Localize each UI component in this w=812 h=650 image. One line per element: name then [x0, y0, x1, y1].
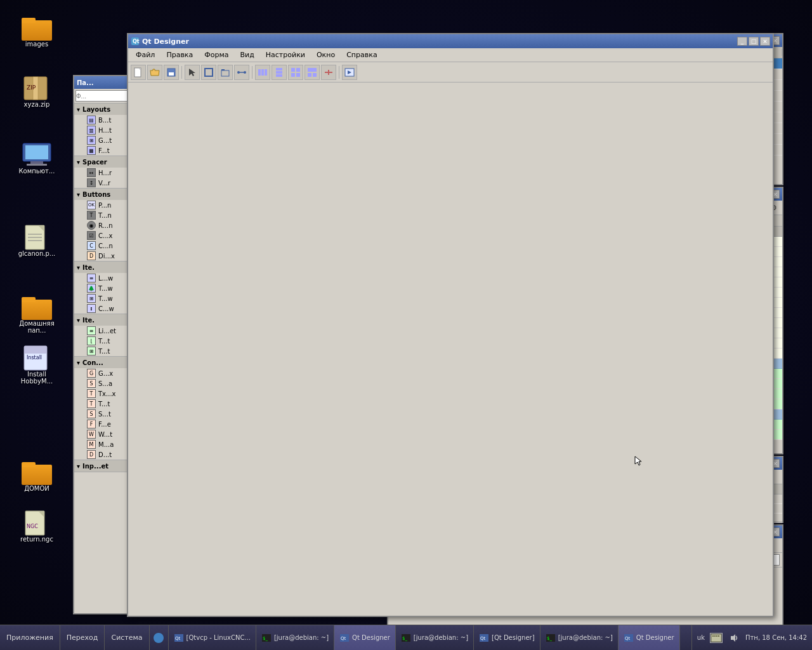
- toolbar-preview[interactable]: [342, 65, 357, 80]
- listwidget-label: Li...et: [98, 328, 116, 335]
- svg-rect-6: [27, 164, 47, 166]
- desktop-icon-images[interactable]: images: [11, 13, 62, 50]
- toolbar-hlay[interactable]: [255, 65, 270, 80]
- qt-designer-title: Qt Designer: [142, 37, 737, 46]
- taskbar-item-jura3-label: [jura@debian: ~]: [558, 634, 613, 641]
- minimize-button[interactable]: _: [737, 37, 747, 46]
- taskbar-item-qtvcp[interactable]: Qt [Qtvcp - LinuxCNC...: [169, 625, 256, 650]
- taskbar-system-tray-icon[interactable]: [150, 625, 169, 650]
- svg-rect-26: [221, 70, 229, 76]
- desktop-icon-xyza[interactable]: ZIP xyza.zip: [11, 73, 62, 110]
- menu-edit[interactable]: Правка: [161, 50, 198, 60]
- taskbar-item-qtdesigner3-label: Qt Designer: [636, 634, 674, 641]
- toolbar-new[interactable]: [131, 65, 146, 80]
- qt-designer-controls: _ □ ×: [737, 37, 770, 46]
- taskbar-system-menu[interactable]: Система: [105, 625, 149, 650]
- menu-file[interactable]: Файл: [131, 50, 160, 60]
- taskbar-volume-icon[interactable]: [728, 633, 740, 643]
- desktop-icon-glcanon[interactable]: glcanon.p...: [11, 222, 62, 260]
- toolbar-vlay[interactable]: [272, 65, 287, 80]
- svg-text:NGC: NGC: [27, 524, 38, 529]
- form-icon: ▦: [87, 146, 96, 155]
- svg-rect-32: [261, 69, 264, 76]
- taskbar-item-jura1[interactable]: $_ [jura@debian: ~]: [256, 625, 334, 650]
- menu-settings[interactable]: Настройки: [261, 50, 310, 60]
- taskbar-item-jura1-label: [jura@debian: ~]: [274, 634, 329, 641]
- listwidget-icon: ≡: [87, 326, 96, 335]
- maximize-button[interactable]: □: [749, 37, 759, 46]
- close-button[interactable]: ×: [760, 37, 770, 46]
- menu-view[interactable]: Вид: [235, 50, 259, 60]
- frame-label: F...e: [98, 421, 111, 428]
- svg-rect-5: [30, 161, 43, 164]
- qt-designer-titlebar[interactable]: Qt Qt Designer _ □ ×: [128, 34, 773, 48]
- taskbar-keyboard-icon[interactable]: [710, 633, 723, 643]
- svg-rect-34: [276, 68, 282, 70]
- radiobtn-label: R...n: [98, 222, 112, 229]
- widget-label: W...t: [98, 431, 112, 438]
- groupbox-icon: G: [87, 369, 96, 378]
- taskbar-item-qtdesigner3[interactable]: Qt Qt Designer: [619, 625, 680, 650]
- toolbar-buddy[interactable]: [234, 65, 249, 80]
- menu-help[interactable]: Справка: [341, 50, 382, 60]
- taskbar-item-jura2[interactable]: $_ [jura@debian: ~]: [396, 625, 474, 650]
- svg-point-30: [244, 71, 246, 74]
- toolbar-cursor[interactable]: [185, 65, 200, 80]
- svg-rect-87: [714, 635, 716, 637]
- menu-window[interactable]: Окно: [311, 50, 340, 60]
- item-views-label: Ite.: [82, 264, 95, 271]
- toolbar-open[interactable]: [147, 65, 162, 80]
- frame-icon: F: [87, 420, 96, 428]
- layouts-label: Layouts: [82, 106, 110, 113]
- hspacer-label: H...r: [98, 169, 112, 176]
- svg-rect-43: [313, 73, 317, 77]
- keyboard-svg: [710, 633, 722, 642]
- folder-icon: [22, 460, 52, 485]
- stackedwidget-label: S...t: [98, 411, 111, 418]
- spacers-label: Spacer: [82, 159, 107, 166]
- svg-rect-15: [25, 511, 44, 535]
- desktop-icon-install[interactable]: Install Install HobbyM...: [11, 343, 62, 387]
- desktop-icon-dom[interactable]: ДОМОЙ: [11, 457, 62, 494]
- toolbar-glay[interactable]: [288, 65, 303, 80]
- desktop-icon-return[interactable]: NGC return.ngc: [11, 508, 62, 545]
- qtdesigner-icon2: Qt: [479, 633, 489, 643]
- desktop-icon-label: xyza.zip: [24, 101, 50, 108]
- taskbar-apps-menu[interactable]: Приложения: [0, 625, 60, 650]
- scrollarea-icon: S: [87, 379, 96, 388]
- qt-designer-app-icon: Qt: [131, 37, 140, 46]
- svg-rect-85: [711, 634, 721, 642]
- taskbar-item-qtdesigner1[interactable]: Qt Qt Designer: [334, 625, 396, 650]
- toolbar-widget[interactable]: [201, 65, 216, 80]
- svg-text:Install: Install: [27, 355, 42, 361]
- terminal-icon: $_: [261, 633, 272, 643]
- treewidget-label: T...t: [98, 338, 110, 345]
- taskbar-item-qtdesigner2[interactable]: Qt [Qt Designer]: [474, 625, 540, 650]
- qt-menubar: Файл Правка Форма Вид Настройки Окно Спр…: [128, 48, 773, 62]
- toolbox-icon: T: [87, 389, 96, 398]
- desktop-icon-computer[interactable]: Компьют...: [11, 140, 62, 177]
- svg-rect-25: [205, 69, 213, 76]
- grid-label: G...t: [98, 137, 112, 144]
- tableview-label: T...w: [98, 295, 113, 302]
- desktop-icon-label: Компьют...: [19, 168, 55, 175]
- taskbar-item-jura3[interactable]: $_ [jura@debian: ~]: [540, 625, 619, 650]
- cmdbtn-label: C...n: [98, 242, 113, 249]
- taskbar-time: Птн, 18 Сен, 14:42: [745, 634, 807, 641]
- tableview2-label: C...w: [98, 305, 114, 312]
- computer-icon: [22, 142, 52, 168]
- taskbar-nav-menu[interactable]: Переход: [60, 625, 105, 650]
- toolbar-tab[interactable]: [218, 65, 233, 80]
- menu-form[interactable]: Форма: [199, 50, 233, 60]
- svg-rect-38: [296, 68, 300, 72]
- vspacer-label: V...r: [98, 180, 110, 187]
- svg-rect-23: [169, 72, 174, 76]
- toolbar-break[interactable]: [321, 65, 336, 80]
- toolbar-flay[interactable]: [304, 65, 320, 80]
- svg-text:Qt: Qt: [625, 636, 631, 641]
- toolbar-save[interactable]: [164, 65, 179, 80]
- desktop-icon-home[interactable]: Домашняя пап...: [11, 292, 62, 336]
- toolbar-sep3: [339, 66, 339, 79]
- qtvcp-icon: Qt: [174, 633, 184, 643]
- listview-label: L...w: [98, 275, 113, 282]
